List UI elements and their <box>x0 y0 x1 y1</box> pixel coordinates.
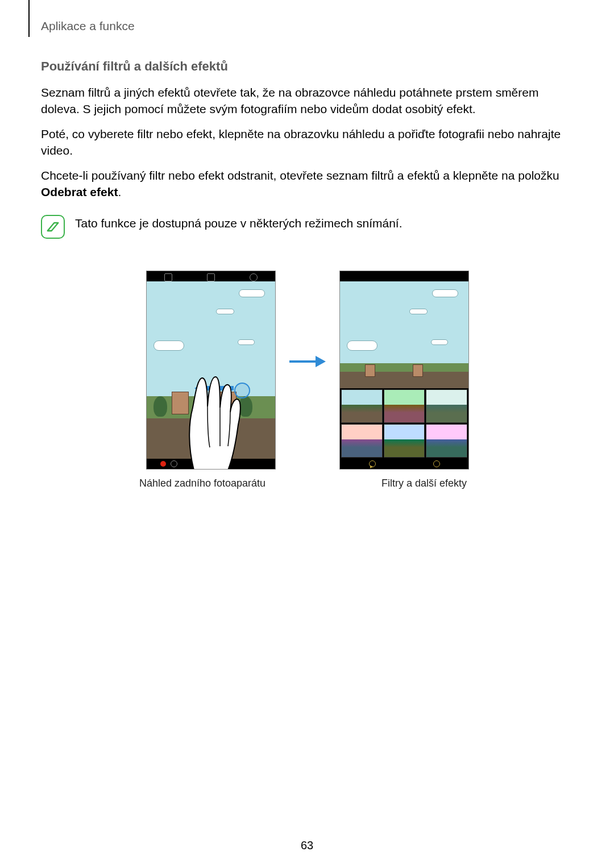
cloud-icon <box>431 339 448 345</box>
swipe-hand-icon <box>165 351 256 470</box>
cloud-icon <box>432 289 458 297</box>
note-row: Tato funkce je dostupná pouze v některýc… <box>41 215 574 239</box>
phone-preview-right <box>339 271 469 470</box>
svg-marker-1 <box>316 356 326 367</box>
figure-captions: Náhled zadního fotoaparátu Filtry a dalš… <box>41 477 574 489</box>
settings-gear-icon <box>250 273 258 281</box>
filter-thumbnail <box>426 389 467 423</box>
cloud-icon <box>239 289 265 297</box>
note-text: Tato funkce je dostupná pouze v některýc… <box>75 215 402 231</box>
caption-right: Filtry a další efekty <box>367 477 481 489</box>
paragraph-3-a: Chcete-li používaný filtr nebo efekt ods… <box>41 169 559 182</box>
cloud-icon <box>154 340 184 351</box>
filter-thumbnail <box>341 389 383 423</box>
filter-thumbnail <box>426 424 467 458</box>
transition-arrow-icon <box>289 355 326 368</box>
building-icon <box>365 364 375 377</box>
filter-thumbnail <box>341 424 383 458</box>
filter-thumbnail <box>384 389 425 423</box>
content-area: Používání filtrů a dalších efektů Seznam… <box>41 59 574 489</box>
filters-bottom-bar <box>340 459 468 469</box>
paragraph-3-c: . <box>118 185 121 198</box>
header-rule <box>28 0 30 37</box>
cloud-icon <box>238 339 255 345</box>
paragraph-2: Poté, co vyberete filtr nebo efekt, klep… <box>41 126 574 159</box>
page-number: 63 <box>0 839 614 852</box>
building-icon <box>413 364 423 377</box>
mode-dot-icon <box>369 460 376 467</box>
mode-dot-icon <box>433 460 440 467</box>
switch-camera-icon <box>164 273 172 281</box>
paragraph-3: Chcete-li používaný filtr nebo efekt ods… <box>41 167 574 201</box>
figure-row <box>41 271 574 470</box>
remove-effect-label: Odebrat efekt <box>41 185 118 198</box>
landscape-ground <box>340 363 468 388</box>
caption-left: Náhled zadního fotoaparátu <box>134 477 271 489</box>
cloud-icon <box>347 340 377 351</box>
note-icon <box>41 215 65 239</box>
cloud-icon <box>216 309 234 314</box>
filters-grid <box>340 388 468 459</box>
filters-top-preview <box>340 281 468 388</box>
cloud-icon <box>409 309 428 314</box>
camera-topbar <box>147 273 275 281</box>
breadcrumb: Aplikace a funkce <box>41 19 135 33</box>
section-title: Používání filtrů a dalších efektů <box>41 59 574 74</box>
flash-icon <box>207 273 215 281</box>
paragraph-1: Seznam filtrů a jiných efektů otevřete t… <box>41 84 574 118</box>
filter-thumbnail <box>384 424 425 458</box>
phone-preview-left <box>146 271 276 470</box>
